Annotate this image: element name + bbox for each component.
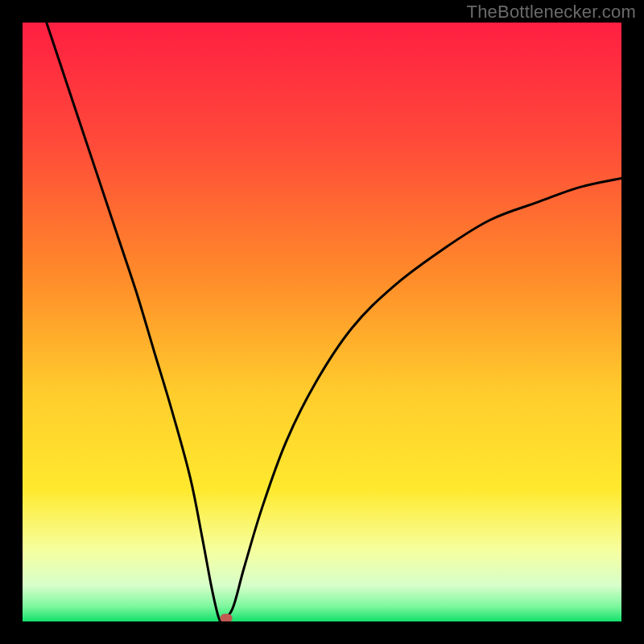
curve-right-branch [221, 178, 621, 621]
plot-area [23, 23, 621, 621]
watermark-text: TheBottlenecker.com [467, 2, 636, 23]
chart-frame: TheBottlenecker.com [0, 0, 644, 644]
bottleneck-curve [23, 23, 621, 621]
minimum-marker [220, 614, 232, 621]
curve-left-branch [47, 23, 221, 621]
